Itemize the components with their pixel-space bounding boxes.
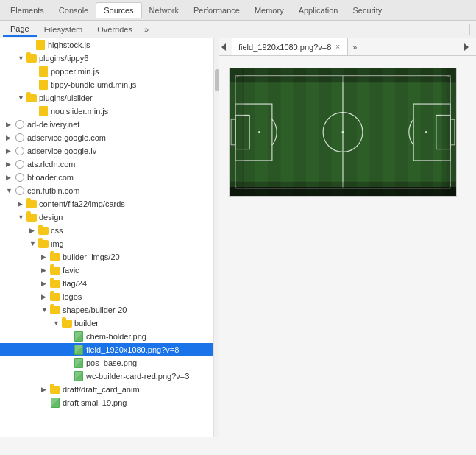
tab-overrides[interactable]: Overrides xyxy=(90,23,140,36)
tab-network[interactable]: Network xyxy=(142,3,186,18)
file-js-icon xyxy=(38,80,49,90)
folder-icon xyxy=(50,265,60,275)
arrow-icon: ▶ xyxy=(6,121,15,128)
tree-item-tippy6[interactable]: ▼ plugins/tippy6 xyxy=(0,52,213,65)
tab-elements[interactable]: Elements xyxy=(3,3,51,18)
svg-point-8 xyxy=(342,131,344,133)
folder-icon xyxy=(26,53,37,63)
tree-item-design[interactable]: ▼ design xyxy=(0,211,213,224)
folder-icon xyxy=(50,384,60,395)
tree-item-chem-holder[interactable]: chem-holder.png xyxy=(0,330,213,343)
tree-item-uislider[interactable]: ▼ plugins/uislider xyxy=(0,91,213,105)
folder-icon xyxy=(50,278,60,289)
tree-item-wc-builder[interactable]: wc-builder-card-red.png?v=3 xyxy=(0,370,213,383)
tree-item-draft-anim[interactable]: ▶ draft/draft_card_anim xyxy=(0,383,213,396)
tree-item-cards[interactable]: ▶ content/fifa22/img/cards xyxy=(0,197,213,211)
tree-item-btloader[interactable]: ▶ btloader.com xyxy=(0,171,213,184)
svg-point-11 xyxy=(258,131,260,133)
tab-security[interactable]: Security xyxy=(345,3,389,18)
tree-item-cdn-futbin[interactable]: ▼ cdn.futbin.com xyxy=(0,184,213,197)
tree-item-nouislider[interactable]: nouislider.min.js xyxy=(0,105,213,118)
tree-item-img[interactable]: ▼ img xyxy=(0,237,213,250)
arrow-icon: ▼ xyxy=(53,320,62,327)
tab-sources[interactable]: Sources xyxy=(96,2,141,18)
tree-item-logos[interactable]: ▶ logos xyxy=(0,290,213,303)
arrow-icon: ▼ xyxy=(6,187,15,194)
tree-item-css[interactable]: ▶ css xyxy=(0,224,213,237)
tree-item-ad-delivery[interactable]: ▶ ad-delivery.net xyxy=(0,118,213,131)
arrow-icon: ▶ xyxy=(6,161,15,168)
arrow-icon: ▶ xyxy=(6,134,15,141)
file-tab-bar: field_1920x1080.png?v=8 × » xyxy=(217,38,476,56)
arrow-icon: ▶ xyxy=(6,174,15,181)
file-tab-name: field_1920x1080.png?v=8 xyxy=(238,43,331,52)
tree-item-builder-imgs[interactable]: ▶ builder_imgs/20 xyxy=(0,250,213,264)
image-preview-panel xyxy=(217,56,476,437)
arrow-icon: ▶ xyxy=(41,253,50,261)
arrow-icon: ▼ xyxy=(29,240,38,247)
tree-item-draft-small[interactable]: draft small 19.png xyxy=(0,396,213,409)
tree-item-pos-base[interactable]: pos_base.png xyxy=(0,356,213,370)
sub-tab-bar: Page Filesystem Overrides » xyxy=(0,21,476,38)
domain-icon xyxy=(15,186,25,196)
tab-right-arrow[interactable] xyxy=(458,41,476,53)
svg-marker-1 xyxy=(464,43,469,51)
arrow-icon: ▶ xyxy=(6,147,15,155)
tab-page[interactable]: Page xyxy=(3,22,37,37)
file-tab-field[interactable]: field_1920x1080.png?v=8 × xyxy=(232,38,348,55)
tree-item-builder-folder[interactable]: ▼ builder xyxy=(0,317,213,330)
arrow-icon: ▶ xyxy=(41,386,50,393)
tree-item-highstock[interactable]: highstock.js xyxy=(0,38,213,52)
arrow-icon: ▶ xyxy=(29,227,38,234)
file-js-icon xyxy=(35,40,46,50)
tab-memory[interactable]: Memory xyxy=(247,3,291,18)
tab-application[interactable]: Application xyxy=(291,3,346,18)
tab-arrow-left[interactable] xyxy=(217,38,232,55)
tab-filesystem[interactable]: Filesystem xyxy=(37,23,90,36)
arrow-icon: ▼ xyxy=(18,54,26,62)
arrow-icon: ▶ xyxy=(41,280,50,287)
folder-icon xyxy=(50,252,60,262)
tree-item-popper[interactable]: popper.min.js xyxy=(0,65,213,78)
tree-item-tippy-bundle[interactable]: tippy-bundle.umd.min.js xyxy=(0,78,213,91)
sub-tab-more[interactable]: » xyxy=(140,23,153,36)
svg-rect-17 xyxy=(230,68,456,82)
folder-icon xyxy=(26,199,37,209)
arrow-icon: ▶ xyxy=(18,200,26,208)
domain-icon xyxy=(15,133,25,143)
image-bottom-bar xyxy=(230,187,456,196)
file-img-icon xyxy=(74,331,84,342)
tab-console[interactable]: Console xyxy=(51,3,96,18)
svg-marker-0 xyxy=(221,43,226,51)
arrow-icon: ▼ xyxy=(41,306,50,314)
tab-performance[interactable]: Performance xyxy=(186,3,247,18)
domain-icon xyxy=(15,119,25,130)
arrow-icon: ▼ xyxy=(18,94,26,102)
file-tab-close-button[interactable]: × xyxy=(334,42,341,52)
file-img-icon xyxy=(74,371,84,381)
tree-item-ats-rlcdn[interactable]: ▶ ats.rlcdn.com xyxy=(0,158,213,171)
tree-item-adservice-lv[interactable]: ▶ adservice.google.lv xyxy=(0,144,213,158)
file-js-icon xyxy=(38,106,49,116)
folder-icon xyxy=(26,212,37,222)
main-layout: highstock.js ▼ plugins/tippy6 popper.min… xyxy=(0,38,476,437)
file-img-icon xyxy=(74,345,84,355)
folder-icon xyxy=(26,93,37,103)
tree-item-adservice-com[interactable]: ▶ adservice.google.com xyxy=(0,131,213,144)
tab-more-button[interactable]: » xyxy=(348,40,361,54)
arrow-icon: ▶ xyxy=(41,267,50,274)
tree-item-flag[interactable]: ▶ flag/24 xyxy=(0,277,213,290)
right-panel: field_1920x1080.png?v=8 × » xyxy=(217,38,476,437)
soccer-field-svg xyxy=(230,68,456,196)
folder-icon xyxy=(50,305,60,315)
domain-icon xyxy=(15,159,25,169)
svg-rect-19 xyxy=(230,68,244,196)
tree-item-favic[interactable]: ▶ favic xyxy=(0,264,213,277)
tree-item-field[interactable]: field_1920x1080.png?v=8 xyxy=(0,343,213,356)
folder-icon xyxy=(38,239,49,249)
preview-image-container xyxy=(229,68,457,197)
folder-icon xyxy=(50,292,60,302)
folder-icon xyxy=(62,318,72,328)
tree-scrollbar[interactable] xyxy=(213,38,219,437)
tree-item-shapes[interactable]: ▼ shapes/builder-20 xyxy=(0,303,213,317)
